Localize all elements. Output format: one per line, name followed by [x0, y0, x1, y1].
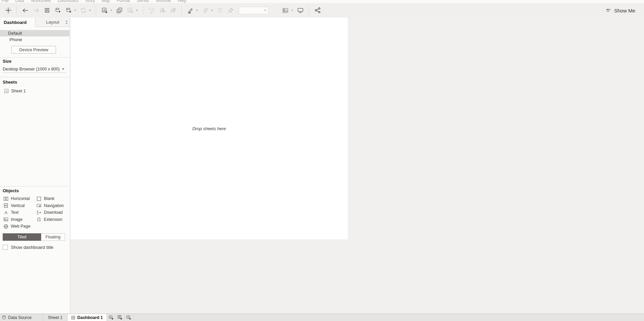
pause-auto-updates-icon[interactable] [64, 6, 73, 14]
show-hide-cards-icon[interactable] [281, 6, 289, 14]
object-blank[interactable]: Blank [36, 195, 68, 202]
object-web-page[interactable]: Web Page [3, 223, 36, 230]
toolbar: T Show Me [0, 3, 644, 18]
image-icon [3, 217, 8, 222]
share-icon[interactable] [313, 6, 321, 14]
tab-sheet1[interactable]: Sheet 1 [43, 314, 67, 321]
web-page-icon [3, 224, 8, 229]
run-auto-updates-icon[interactable] [79, 6, 87, 14]
annotation-icon[interactable] [201, 6, 209, 14]
menu-data[interactable]: Data [12, 0, 27, 3]
object-text[interactable]: A Text [3, 209, 36, 216]
object-download[interactable]: Download [36, 209, 68, 216]
object-label: Vertical [11, 203, 25, 208]
swap-rows-columns-icon[interactable] [147, 6, 156, 14]
text-icon: A [3, 210, 8, 215]
dashboard-canvas[interactable]: Drop sheets here [71, 18, 348, 239]
redo-icon[interactable] [32, 6, 40, 14]
vertical-icon [3, 203, 8, 208]
sort-descending-icon[interactable] [169, 6, 177, 14]
size-heading: Size [3, 59, 11, 64]
clear-sheet-icon[interactable] [126, 6, 134, 14]
undo-icon[interactable] [21, 6, 29, 14]
sheet-tabs-bar: Data Source Sheet 1 Dashboard 1 [0, 314, 644, 321]
sheets-list-item-sheet1[interactable]: Sheet 1 [4, 88, 26, 94]
show-dashboard-title-label: Show dashboard title [11, 245, 53, 250]
device-item-phone[interactable]: Phone [0, 36, 69, 43]
highlight-dropdown-caret[interactable] [196, 10, 198, 11]
tiled-button[interactable]: Tiled [3, 233, 41, 241]
tab-layout[interactable]: Layout [35, 18, 70, 27]
menu-server[interactable]: Server [133, 0, 152, 3]
new-story-button[interactable] [124, 314, 133, 321]
objects-grid: Horizontal Vertical A Text Image Web Pag… [3, 195, 68, 230]
fit-dropdown-caret [264, 10, 266, 11]
menu-help[interactable]: Help [174, 0, 190, 3]
menu-format[interactable]: Format [113, 0, 134, 3]
tab-dashboard1[interactable]: Dashboard 1 [67, 314, 107, 321]
size-dropdown[interactable]: Desktop Browser (1000 x 800) [3, 66, 66, 73]
show-hide-cards-dropdown-caret[interactable] [291, 10, 293, 11]
new-worksheet-dropdown-caret[interactable] [110, 10, 112, 11]
object-horizontal[interactable]: Horizontal [3, 195, 36, 202]
section-divider [0, 57, 69, 58]
pin-icon[interactable] [227, 6, 235, 14]
show-dashboard-title-row: Show dashboard title [3, 245, 53, 250]
object-navigation[interactable]: Navigation [36, 202, 68, 209]
object-vertical[interactable]: Vertical [3, 202, 36, 209]
format-text-icon[interactable]: T [216, 6, 224, 14]
annotation-dropdown-caret[interactable] [211, 10, 213, 11]
object-extension[interactable]: Extension [36, 216, 68, 223]
object-label: Blank [44, 196, 54, 201]
toolbar-separator [96, 6, 96, 15]
toolbar-separator [309, 6, 309, 15]
worksheet-icon [4, 89, 9, 93]
pane-collapse-icon[interactable] [65, 20, 68, 24]
floating-button[interactable]: Floating [41, 233, 65, 241]
menu-map[interactable]: Map [98, 0, 113, 3]
fit-dropdown[interactable] [239, 7, 269, 14]
tab-dashboard[interactable]: Dashboard [0, 18, 35, 27]
menu-worksheet[interactable]: Worksheet [28, 0, 55, 3]
blank-icon [36, 196, 41, 201]
object-label: Download [44, 210, 63, 215]
objects-heading: Objects [3, 188, 19, 193]
show-dashboard-title-checkbox[interactable] [3, 245, 8, 250]
run-auto-updates-dropdown-caret[interactable] [89, 10, 91, 11]
tableau-logo-icon[interactable] [4, 6, 12, 14]
menu-dashboard[interactable]: Dashboard [54, 0, 82, 3]
size-dropdown-value: Desktop Browser (1000 x 800) [3, 67, 60, 71]
sort-ascending-icon[interactable] [158, 6, 166, 14]
presentation-mode-icon[interactable] [296, 6, 304, 14]
show-me-button[interactable]: Show Me [606, 6, 635, 14]
new-dashboard-button[interactable] [116, 314, 124, 321]
pause-auto-updates-dropdown-caret[interactable] [74, 10, 76, 11]
highlight-icon[interactable] [186, 6, 194, 14]
data-source-tab[interactable]: Data Source [0, 314, 43, 321]
navigation-icon [36, 203, 41, 208]
duplicate-icon[interactable] [115, 6, 123, 14]
device-item-default[interactable]: Default [0, 30, 69, 36]
clear-sheet-dropdown-caret[interactable] [136, 10, 138, 11]
object-label: Navigation [44, 203, 64, 208]
object-image[interactable]: Image [3, 216, 36, 223]
new-worksheet-button[interactable] [107, 314, 116, 321]
device-preview-button[interactable]: Device Preview [11, 46, 56, 54]
new-worksheet-icon[interactable] [101, 6, 109, 14]
menu-window[interactable]: Window [152, 0, 174, 3]
menu-story[interactable]: Story [82, 0, 98, 3]
object-label: Text [11, 210, 19, 215]
layout-mode-toggle: Tiled Floating [3, 233, 65, 241]
new-data-source-icon[interactable] [54, 6, 62, 14]
object-label: Web Page [11, 224, 30, 229]
sheets-heading: Sheets [3, 80, 17, 85]
horizontal-icon [3, 196, 8, 201]
extension-icon [36, 217, 41, 222]
menu-file[interactable]: File [2, 0, 12, 3]
dashboard-pane: Dashboard Layout Default Phone Device Pr… [0, 18, 70, 314]
toolbar-separator [181, 6, 182, 15]
data-source-icon [2, 315, 6, 320]
object-label: Extension [44, 217, 62, 222]
save-icon[interactable] [43, 6, 51, 14]
toolbar-separator [143, 6, 143, 15]
